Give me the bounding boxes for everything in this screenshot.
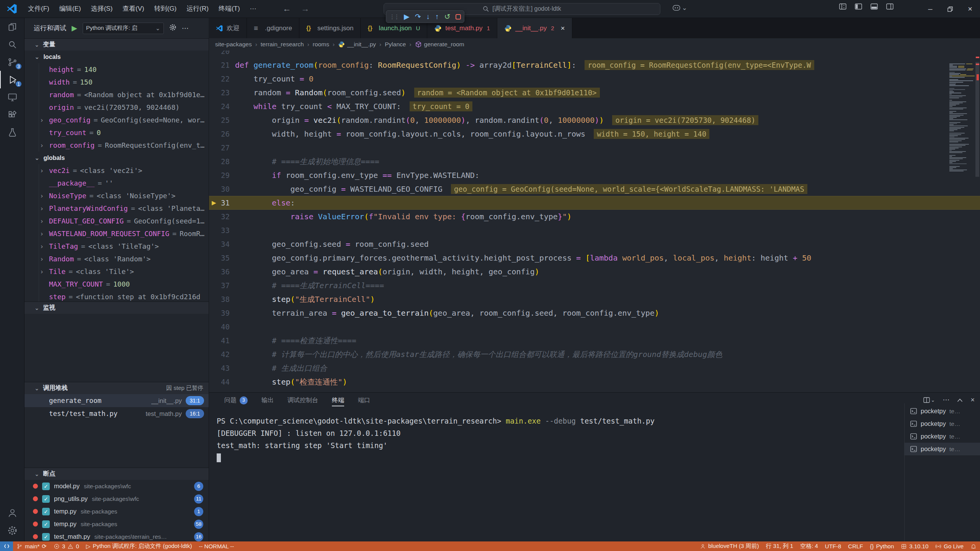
eol-status[interactable]: CRLF (844, 541, 866, 551)
variables-scope-locals[interactable]: ⌄locals (24, 51, 209, 63)
problems-status[interactable]: 3 0 (50, 541, 83, 551)
debug-config-dropdown[interactable]: Python 调试程序: 启 ⌄ (83, 23, 164, 34)
breadcrumb-item[interactable]: terrain_research (261, 41, 304, 48)
remote-explorer-icon[interactable] (0, 88, 24, 106)
variable-row[interactable]: origin=vec2i(7205730, 9024468) (24, 101, 209, 114)
line-number[interactable]: 26 (209, 130, 230, 138)
breadcrumb-item[interactable]: __init__.py (338, 41, 376, 48)
debug-stop-icon[interactable] (456, 14, 461, 20)
go-live-status[interactable]: Go Live (932, 541, 967, 551)
terminal-split-icon[interactable]: ⌄ (923, 397, 935, 403)
settings-gear-icon[interactable] (0, 522, 24, 539)
forward-arrow-icon[interactable]: → (301, 4, 310, 14)
line-number[interactable]: 44 (209, 378, 230, 386)
line-number[interactable]: 24 (209, 102, 230, 111)
toggle-secondary-sidebar-icon[interactable] (886, 3, 893, 10)
chevron-right-icon[interactable]: › (40, 167, 44, 174)
line-number[interactable]: 37 (209, 281, 230, 290)
menu-item-1[interactable]: 编辑(E) (54, 3, 86, 15)
git-branch-status[interactable]: main* ⟳ (13, 541, 50, 551)
line-number[interactable]: 28 (209, 157, 230, 166)
terminal-list-item[interactable]: pocketpyte… (905, 405, 980, 417)
menu-item-4[interactable]: 转到(G) (149, 3, 182, 15)
menu-item-0[interactable]: 文件(F) (23, 3, 54, 15)
language-mode-status[interactable]: {} Python (867, 541, 898, 551)
restore-button[interactable] (940, 0, 960, 18)
vim-mode-status[interactable]: -- NORMAL -- (195, 541, 237, 551)
close-icon[interactable]: × (561, 24, 565, 33)
variable-row[interactable]: width=150 (24, 76, 209, 88)
variable-row[interactable]: ›DEFAULT_GEO_CONFIG=GeoConfig(seed=1… (24, 215, 209, 227)
breadcrumb-item[interactable]: Pylance (385, 41, 406, 48)
terminal-list-item[interactable]: pocketpyte… (905, 443, 980, 455)
variable-row[interactable]: ›geo_config=GeoConfig(seed=None, wor… (24, 114, 209, 126)
breadcrumb-item[interactable]: generate_room (415, 41, 464, 48)
editor-tab-.gdignore[interactable]: ≡.gdignore (247, 18, 299, 38)
close-panel-icon[interactable]: × (970, 396, 975, 404)
panel-tab-终端[interactable]: 终端 (332, 393, 344, 408)
breadcrumb-item[interactable]: rooms (313, 41, 329, 48)
chevron-right-icon[interactable]: › (40, 192, 44, 200)
line-number[interactable]: 36 (209, 267, 230, 276)
variables-scope-globals[interactable]: ⌄globals (24, 152, 209, 164)
line-number[interactable]: 41 (209, 336, 230, 345)
debug-continue-icon[interactable]: ▶ (404, 13, 410, 20)
line-number[interactable]: 21 (209, 61, 230, 69)
variable-row[interactable]: random=<Random object at 0x1bf9d01e… (24, 88, 209, 101)
chevron-right-icon[interactable]: › (40, 230, 44, 238)
terminal-list-item[interactable]: pocketpyte… (905, 430, 980, 443)
callstack-section-header[interactable]: ⌄ 调用堆栈 因 step 已暂停 (24, 382, 209, 394)
breakpoint-checkbox[interactable]: ✓ (42, 483, 50, 490)
run-and-debug-icon[interactable]: 1 (0, 71, 24, 88)
search-icon[interactable] (0, 36, 24, 53)
testing-icon[interactable] (0, 124, 24, 141)
chevron-right-icon[interactable]: › (40, 217, 44, 225)
terminal-list-item[interactable]: pocketpyte… (905, 417, 980, 430)
breakpoints-section-header[interactable]: ⌄ 断点 (24, 468, 209, 480)
breakpoint-row[interactable]: ✓test_math.pysite-packages\terrain_res…1… (24, 530, 209, 541)
menu-item-6[interactable]: 终端(T) (214, 3, 245, 15)
variable-row[interactable]: ›WASTELAND_ROOM_REQUEST_CONFIG=RoomR… (24, 227, 209, 240)
line-number[interactable]: 30 (209, 185, 230, 193)
debug-start-icon[interactable]: ▶ (72, 24, 77, 33)
variable-row[interactable]: ›Tile=<class 'Tile'> (24, 265, 209, 278)
variable-row[interactable]: ›room_config=RoomRequestConfig(env_t… (24, 139, 209, 152)
menu-item-3[interactable]: 查看(V) (118, 3, 149, 15)
debug-step-into-icon[interactable]: ↓ (426, 13, 430, 20)
customize-layout-icon[interactable] (839, 3, 846, 10)
breakpoint-checkbox[interactable]: ✓ (42, 508, 50, 515)
panel-tab-端口[interactable]: 端口 (358, 393, 370, 408)
minimap[interactable] (949, 62, 975, 172)
debug-session-status[interactable]: ▷ Python 调试程序: 启动文件 (godot-ldtk) (83, 541, 196, 551)
accounts-icon[interactable] (0, 504, 24, 522)
menu-item-2[interactable]: 选择(S) (86, 3, 118, 15)
chevron-right-icon[interactable]: › (40, 205, 44, 212)
encoding-status[interactable]: UTF-8 (822, 541, 845, 551)
gear-icon[interactable] (169, 24, 176, 33)
line-number[interactable]: 34 (209, 240, 230, 248)
variable-row[interactable]: ›NoiseType=<class 'NoiseType'> (24, 189, 209, 202)
copilot-menu[interactable]: ⌄ (673, 4, 687, 12)
watch-section-header[interactable]: ⌄ 监视 (24, 302, 209, 314)
line-number[interactable]: 43 (209, 364, 230, 372)
variable-row[interactable]: ›TileTag=<class 'TileTag'> (24, 240, 209, 253)
chevron-right-icon[interactable]: › (40, 116, 44, 124)
line-number[interactable]: 29 (209, 171, 230, 179)
panel-tab-问题[interactable]: 问题3 (224, 393, 248, 408)
indentation-status[interactable]: 空格: 4 (797, 541, 822, 551)
variable-row[interactable]: MAX_TRY_COUNT=1000 (24, 278, 209, 290)
git-blame-status[interactable]: blueloveTH (3 周前) (696, 541, 763, 551)
more-actions-icon[interactable]: ⋯ (182, 24, 189, 33)
editor-tab-settings.json[interactable]: {}settings.json (299, 18, 361, 38)
line-number[interactable]: 20 (209, 51, 230, 55)
callstack-frame[interactable]: test/test_math.pytest_math.py16:1 (24, 407, 209, 420)
breakpoint-checkbox[interactable]: ✓ (42, 520, 50, 528)
variable-row[interactable]: __package__='' (24, 177, 209, 189)
breakpoint-row[interactable]: ✓temp.pysite-packages1 (24, 505, 209, 518)
line-number[interactable]: 42 (209, 350, 230, 359)
breadcrumb-item[interactable]: site-packages (215, 41, 252, 48)
breakpoint-row[interactable]: ✓model.pysite-packages\wfc6 (24, 480, 209, 492)
line-number[interactable]: 23 (209, 88, 230, 97)
editor-scrollbar[interactable] (975, 51, 980, 392)
callstack-frame[interactable]: generate_room__init__.py31:1 (24, 394, 209, 407)
